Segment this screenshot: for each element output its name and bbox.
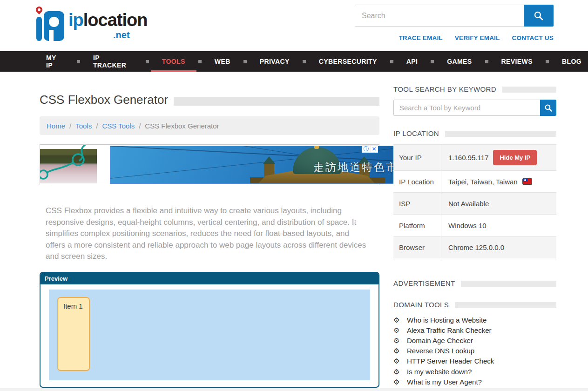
breadcrumb-current: CSS Flexbox Generator — [145, 122, 219, 130]
nav-separator-square — [485, 60, 488, 63]
verify-email-link[interactable]: VERIFY EMAIL — [455, 34, 500, 41]
ad-close-icon[interactable]: ✕ — [370, 145, 378, 153]
breadcrumb-home[interactable]: Home — [47, 122, 65, 130]
gear-icon: ⚙ — [393, 327, 401, 334]
breadcrumb-tools[interactable]: Tools — [75, 122, 92, 130]
logo-text-net: .net — [113, 30, 130, 40]
taiwan-flag-icon — [522, 178, 532, 185]
tool-search-button[interactable] — [540, 100, 556, 116]
site-logo[interactable]: iplocation .net — [35, 4, 156, 44]
breadcrumb: Home / Tools / CSS Tools / CSS Flexbox G… — [40, 116, 379, 135]
ip-row-label: Browser — [393, 236, 441, 258]
ip-row-label: IP Location — [393, 171, 441, 192]
preview-panel: Preview Item 1 — [40, 272, 379, 388]
tool-search — [393, 100, 556, 116]
header-links: TRACE EMAIL VERIFY EMAIL CONTACT US — [355, 34, 554, 41]
table-row: Platform Windows 10 — [393, 215, 556, 236]
list-item[interactable]: ⚙ Alexa Traffic Rank Checker — [393, 325, 556, 335]
trace-email-link[interactable]: TRACE EMAIL — [399, 34, 442, 41]
nav-separator-square — [146, 60, 149, 63]
nav-item-games[interactable]: GAMES — [447, 51, 472, 72]
nav-separator-square — [431, 60, 434, 63]
breadcrumb-css-tools[interactable]: CSS Tools — [102, 122, 135, 130]
ip-row-label: ISP — [393, 193, 441, 214]
page-title: CSS Flexbox Generator — [40, 93, 168, 107]
gear-icon: ⚙ — [393, 317, 401, 324]
table-row: Browser Chrome 125.0.0.0 — [393, 236, 556, 258]
title-decoration-bar — [174, 97, 379, 106]
ip-location-value: Taipei, Taiwan, Taiwan — [448, 178, 518, 186]
table-row: IP Location Taipei, Taiwan, Taiwan — [393, 171, 556, 193]
nav-item-ip-tracker[interactable]: IP TRACKER — [93, 51, 133, 72]
list-item[interactable]: ⚙ Domain Age Checker — [393, 335, 556, 345]
header-search — [355, 5, 554, 27]
flexbox-item-1[interactable]: Item 1 — [57, 297, 90, 371]
gear-icon: ⚙ — [393, 368, 401, 375]
gear-icon: ⚙ — [393, 378, 401, 385]
logo-text-location: location — [83, 10, 148, 30]
domain-tools-list: ⚙ Who is Hosting a Website ⚙ Alexa Traff… — [393, 315, 556, 387]
ip-row-label: Your IP — [393, 145, 441, 170]
tool-search-input[interactable] — [393, 100, 540, 116]
logo-ip-icon — [35, 7, 65, 41]
nav-item-privacy[interactable]: PRIVACY — [260, 51, 290, 72]
page-title-row: CSS Flexbox Generator — [40, 93, 379, 107]
hide-my-ip-button[interactable]: Hide My IP — [493, 150, 537, 165]
site-header: iplocation .net TRACE EMAIL VERIFY EMAIL… — [0, 0, 588, 51]
list-item[interactable]: ⚙ What is my User Agent? — [393, 377, 556, 387]
ad-info-icon[interactable]: ⓘ — [362, 145, 370, 153]
browser-value: Chrome 125.0.0.0 — [441, 236, 556, 258]
search-icon — [544, 104, 553, 112]
tool-description: CSS Flexbox provides a flexible and intu… — [46, 205, 371, 263]
contact-us-link[interactable]: CONTACT US — [512, 34, 554, 41]
ad-route-graphic — [40, 145, 103, 186]
tool-search-heading: TOOL SEARCH BY KEYWORD — [393, 85, 556, 93]
nav-item-tools[interactable]: TOOLS — [162, 51, 185, 72]
nav-separator-square — [303, 60, 306, 63]
nav-separator-square — [198, 60, 202, 63]
main-nav: MY IP IP TRACKER TOOLS WEB PRIVACY CYBER… — [0, 51, 588, 72]
nav-item-cybersecurity[interactable]: CYBERSECURITY — [319, 51, 377, 72]
domain-tools-heading: DOMAIN TOOLS — [393, 301, 556, 309]
flexbox-preview-container: Item 1 — [49, 290, 370, 380]
nav-item-blog[interactable]: BLOG — [562, 51, 581, 72]
list-item[interactable]: ⚙ Reverse DNS Lookup — [393, 346, 556, 356]
logo-text-ip: ip — [68, 10, 83, 30]
table-row: ISP Not Available — [393, 193, 556, 215]
platform-value: Windows 10 — [441, 215, 556, 236]
nav-item-reviews[interactable]: REVIEWS — [501, 51, 533, 72]
gear-icon: ⚙ — [393, 357, 401, 364]
ip-location-table: Your IP 1.160.95.117 Hide My IP IP Locat… — [393, 144, 556, 258]
ip-row-label: Platform — [393, 215, 441, 236]
search-icon — [534, 11, 544, 21]
map-pin-icon — [34, 5, 44, 14]
header-search-input[interactable] — [355, 5, 524, 27]
nav-separator-square — [243, 60, 247, 63]
list-item[interactable]: ⚙ Is my website down? — [393, 366, 556, 377]
gear-icon: ⚙ — [393, 337, 401, 344]
advertisement-heading: ADVERTISEMENT — [393, 279, 556, 287]
preview-header: Preview — [41, 273, 378, 284]
nav-separator-square — [77, 60, 80, 63]
header-search-button[interactable] — [524, 5, 554, 27]
nav-item-api[interactable]: API — [406, 51, 418, 72]
your-ip-value: 1.160.95.117 — [448, 154, 488, 162]
nav-item-web[interactable]: WEB — [215, 51, 230, 72]
ad-banner[interactable]: 走訪地道特色市集 ⓘ ✕ — [40, 144, 379, 185]
list-item[interactable]: ⚙ HTTP Server Header Check — [393, 356, 556, 366]
ip-location-heading: IP LOCATION — [393, 129, 556, 137]
isp-value: Not Available — [441, 193, 556, 214]
nav-separator-square — [390, 60, 393, 63]
gear-icon: ⚙ — [393, 347, 401, 354]
footer-background-strip — [0, 388, 588, 391]
nav-item-my-ip[interactable]: MY IP — [46, 51, 64, 72]
nav-separator-square — [546, 60, 549, 63]
list-item[interactable]: ⚙ Who is Hosting a Website — [393, 315, 556, 325]
table-row: Your IP 1.160.95.117 Hide My IP — [393, 145, 556, 171]
